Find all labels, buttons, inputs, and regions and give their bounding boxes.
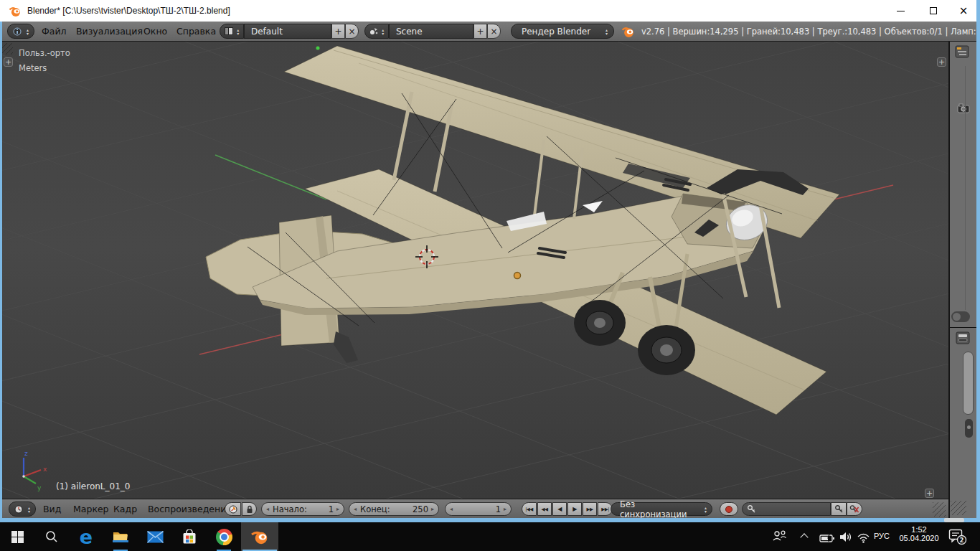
selector-arrows-icon: ▴▾ bbox=[27, 28, 29, 35]
minimize-icon bbox=[897, 11, 905, 11]
notification-badge: 2 bbox=[960, 537, 964, 544]
sync-mode-dropdown[interactable]: Без синхронизации ▴▾ bbox=[611, 502, 712, 516]
corner-resize-handle[interactable] bbox=[951, 501, 966, 515]
prev-keyframe-button[interactable]: ◀◀ bbox=[537, 502, 552, 516]
scene-icon bbox=[369, 27, 378, 35]
scene-arrows-icon: ▴▾ bbox=[382, 28, 384, 35]
mail-taskbar-button[interactable] bbox=[138, 522, 172, 551]
layout-arrows-icon: ▴▾ bbox=[237, 28, 239, 35]
insert-keyframe-button[interactable] bbox=[831, 502, 847, 516]
frame-end-field[interactable]: ◂ Конец: 250 ▸ bbox=[349, 502, 439, 516]
frame-start-field[interactable]: ◂ Начало: 1 ▸ bbox=[261, 502, 344, 516]
render-engine-dropdown[interactable]: Рендер Blender ▴▾ bbox=[511, 24, 614, 39]
clock-tray[interactable]: 1:52 05.04.2020 bbox=[895, 525, 943, 542]
jump-to-start-button[interactable]: |◀◀ bbox=[522, 502, 537, 516]
notification-center-button[interactable]: 2 bbox=[948, 529, 967, 548]
record-button[interactable] bbox=[720, 502, 738, 516]
key-icon bbox=[834, 504, 844, 514]
close-icon: × bbox=[959, 6, 969, 17]
bottom-expand-button[interactable]: + bbox=[925, 489, 934, 498]
edge-icon: e bbox=[80, 527, 93, 547]
keying-set-field[interactable] bbox=[742, 502, 831, 516]
viewport-canvas[interactable]: z x y bbox=[0, 42, 948, 499]
clock-icon bbox=[229, 505, 237, 514]
info-editor-icon bbox=[13, 27, 22, 36]
menu-file[interactable]: Файл bbox=[42, 22, 67, 41]
tray-expand-button[interactable] bbox=[801, 534, 807, 540]
plus-icon: + bbox=[476, 27, 484, 37]
people-tray-button[interactable] bbox=[772, 529, 788, 545]
next-keyframe-button[interactable]: ▶▶ bbox=[583, 502, 597, 516]
start-button[interactable] bbox=[0, 522, 34, 551]
panel-seam bbox=[965, 66, 966, 310]
play-reverse-button[interactable]: ◀ bbox=[552, 502, 567, 516]
edge-taskbar-button[interactable]: e bbox=[69, 522, 103, 551]
timeline-editor-selector[interactable]: ▴▾ bbox=[9, 501, 36, 517]
mail-icon bbox=[147, 531, 164, 543]
clock-icon bbox=[14, 505, 23, 514]
scene-name-field[interactable]: Scene bbox=[389, 24, 473, 39]
view-mode-label: Польз.-орто bbox=[19, 48, 70, 58]
current-frame-field[interactable]: ◂ 1 ▸ bbox=[445, 502, 512, 516]
plus-icon: + bbox=[334, 27, 341, 37]
search-button[interactable] bbox=[34, 522, 69, 551]
tl-menu-marker[interactable]: Маркер bbox=[73, 499, 109, 519]
menu-help[interactable]: Справка bbox=[176, 22, 216, 41]
close-button[interactable]: × bbox=[947, 0, 980, 22]
battery-tray-button[interactable] bbox=[819, 532, 835, 546]
properties-expand-button[interactable]: + bbox=[937, 57, 946, 67]
corner-resize-handle[interactable] bbox=[1, 43, 13, 55]
menu-render[interactable]: Визуализация bbox=[76, 22, 143, 41]
selector-arrows-icon: ▴▾ bbox=[28, 506, 30, 513]
tl-menu-frame[interactable]: Кадр bbox=[113, 499, 137, 519]
file-explorer-taskbar-button[interactable] bbox=[103, 522, 138, 551]
layout-delete-button[interactable]: × bbox=[345, 24, 359, 39]
editor-type-selector[interactable]: ▴▾ bbox=[7, 24, 34, 39]
scrollbar-thumb[interactable] bbox=[963, 352, 974, 415]
scene-add-button[interactable]: + bbox=[473, 24, 487, 39]
x-icon: × bbox=[348, 27, 355, 37]
maximize-button[interactable] bbox=[917, 0, 950, 22]
collapsed-tab[interactable] bbox=[965, 419, 973, 438]
key-delete-icon bbox=[849, 504, 859, 514]
object-origin-dot bbox=[514, 273, 521, 279]
blender-icon bbox=[250, 529, 269, 545]
layout-name-field[interactable]: Default bbox=[244, 24, 331, 39]
store-icon bbox=[182, 529, 197, 545]
volume-tray-button[interactable] bbox=[839, 532, 852, 545]
battery-icon bbox=[819, 534, 835, 543]
language-indicator[interactable]: РУС bbox=[874, 532, 890, 540]
scene-selector-button[interactable]: ▴▾ bbox=[364, 24, 389, 39]
sync-arrows-icon: ▴▾ bbox=[705, 506, 707, 513]
tl-menu-view[interactable]: Вид bbox=[43, 499, 61, 519]
tl-menu-playback[interactable]: Воспроизведение bbox=[148, 499, 232, 519]
window-border bbox=[0, 22, 2, 518]
menu-window[interactable]: Окно bbox=[143, 22, 167, 41]
delete-keyframe-button[interactable] bbox=[847, 502, 862, 516]
layout-selector-button[interactable]: ▴▾ bbox=[220, 24, 244, 39]
region-split-line bbox=[950, 327, 976, 328]
layout-add-button[interactable]: + bbox=[331, 24, 345, 39]
corner-resize-handle[interactable] bbox=[933, 502, 946, 517]
network-tray-button[interactable] bbox=[857, 532, 870, 546]
record-icon bbox=[725, 506, 732, 513]
minimize-button[interactable] bbox=[884, 0, 917, 22]
store-taskbar-button[interactable] bbox=[172, 522, 207, 551]
outliner-editor-icon[interactable] bbox=[955, 45, 969, 58]
axis-y-label: y bbox=[37, 484, 42, 491]
vertex-dot bbox=[316, 47, 320, 50]
windows-logo-icon bbox=[11, 531, 24, 543]
play-button[interactable]: ▶ bbox=[567, 502, 582, 516]
panel-toggle-knob[interactable] bbox=[951, 311, 970, 322]
render-camera-icon[interactable] bbox=[957, 103, 970, 113]
speaker-icon bbox=[839, 532, 852, 542]
scene-delete-button[interactable]: × bbox=[487, 24, 501, 39]
time-indicator-toggle[interactable] bbox=[225, 502, 241, 516]
toolshelf-expand-button[interactable]: + bbox=[4, 57, 13, 67]
lock-frame-button[interactable] bbox=[242, 502, 257, 516]
chrome-taskbar-button[interactable] bbox=[207, 522, 241, 551]
screen: Blender* [C:\Users\tvister\Desktop\ТШ-2\… bbox=[0, 0, 980, 551]
properties-editor-icon[interactable] bbox=[956, 331, 970, 344]
blender-taskbar-button[interactable] bbox=[241, 522, 278, 551]
x-icon: × bbox=[490, 27, 497, 37]
